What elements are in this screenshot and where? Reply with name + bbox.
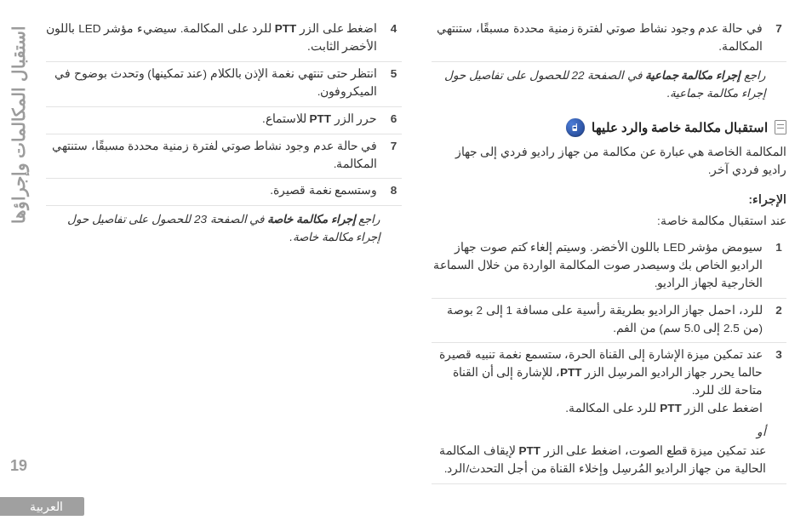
step-alt-text: عند تمكين ميزة قطع الصوت، اضغط على الزر … [432, 443, 787, 484]
text-run: اضغط على الزر [682, 402, 763, 415]
step-number: 7 [386, 138, 402, 156]
svg-rect-1 [576, 123, 577, 127]
step-number: 3 [771, 346, 786, 364]
list-item: 4 اضغط على الزر PTT للرد على المكالمة. س… [46, 17, 402, 62]
content-area: 7 في حالة عدم وجود نشاط صوتي لفترة زمنية… [46, 17, 786, 494]
list-item: 1 سيومض مؤشر LED باللون الأخضر. وسيتم إل… [432, 236, 787, 299]
step-text: في حالة عدم وجود نشاط صوتي لفترة زمنية م… [46, 138, 378, 174]
cross-reference-note: راجع إجراء مكالمة جماعية في الصفحة 22 لل… [432, 62, 787, 108]
ref-text: راجع [356, 213, 381, 226]
step-number: 5 [386, 66, 402, 83]
radio-glyph [570, 123, 580, 133]
page: استقبال المكالمات وإجراؤها 19 العربية 7 … [0, 0, 812, 526]
ref-text: راجع [741, 69, 766, 82]
procedure-label: الإجراء: [432, 192, 787, 209]
step-text: سيومض مؤشر LED باللون الأخضر. وسيتم إلغا… [432, 239, 763, 293]
step-text: في حالة عدم وجود نشاط صوتي لفترة زمنية م… [432, 20, 763, 56]
svg-rect-2 [573, 127, 576, 129]
step-text: عند تمكين ميزة الإشارة إلى القناة الحرة،… [432, 346, 763, 418]
step-text: للرد، احمل جهاز الراديو بطريقة رأسية على… [432, 302, 763, 338]
step-text: اضغط على الزر PTT للرد على المكالمة. سيض… [46, 20, 378, 56]
step-number: 6 [386, 111, 402, 129]
list-item: 8 وستسمع نغمة قصيرة. [46, 179, 402, 206]
step-number: 4 [386, 20, 402, 38]
step-number: 8 [386, 182, 402, 200]
step-text: وستسمع نغمة قصيرة. [46, 182, 378, 200]
ptt-label: PTT [275, 22, 297, 35]
column-left: 4 اضغط على الزر PTT للرد على المكالمة. س… [46, 17, 402, 494]
text-run: اضغط على الزر [296, 22, 377, 35]
or-separator: أو [432, 423, 787, 443]
list-item: 7 في حالة عدم وجود نشاط صوتي لفترة زمنية… [432, 17, 787, 62]
list-item: 3 عند تمكين ميزة الإشارة إلى القناة الحر… [432, 343, 787, 423]
step-number: 1 [771, 239, 786, 257]
ptt-label: PTT [660, 402, 682, 415]
cross-reference-note: راجع إجراء مكالمة خاصة في الصفحة 23 للحص… [46, 206, 402, 252]
ref-bold: إجراء مكالمة خاصة [267, 213, 356, 226]
language-tab: العربية [0, 497, 84, 516]
step-number: 2 [771, 302, 786, 320]
document-icon [775, 120, 786, 134]
step-text: حرر الزر PTT للاستماع. [46, 111, 378, 129]
ptt-label: PTT [309, 112, 331, 125]
text-run: عند تمكين ميزة قطع الصوت، اضغط على الزر [540, 444, 766, 457]
page-number: 19 [10, 457, 27, 475]
radio-feature-icon [566, 118, 585, 137]
step-number: 7 [771, 20, 786, 38]
text-run: للاستماع. [262, 112, 310, 125]
list-item: 6 حرر الزر PTT للاستماع. [46, 107, 402, 134]
sidebar: استقبال المكالمات وإجراؤها 19 العربية [0, 0, 38, 526]
ref-bold: إجراء مكالمة جماعية [645, 69, 741, 82]
subsection-heading: استقبال مكالمة خاصة والرد عليها [432, 118, 787, 137]
step-text: انتظر حتى تنتهي نغمة الإذن بالكلام (عند … [46, 66, 378, 101]
list-item: 7 في حالة عدم وجود نشاط صوتي لفترة زمنية… [46, 134, 402, 180]
paragraph: المكالمة الخاصة هي عبارة عن مكالمة من جه… [432, 142, 787, 185]
column-right: 7 في حالة عدم وجود نشاط صوتي لفترة زمنية… [432, 17, 787, 494]
text-run: حرر الزر [331, 112, 378, 125]
paragraph: عند استقبال مكالمة خاصة: [432, 211, 787, 236]
ptt-label: PTT [560, 366, 582, 379]
list-item: 2 للرد، احمل جهاز الراديو بطريقة رأسية ع… [432, 299, 787, 344]
list-item: 5 انتظر حتى تنتهي نغمة الإذن بالكلام (عن… [46, 62, 402, 107]
ptt-label: PTT [518, 444, 540, 457]
heading-text: استقبال مكالمة خاصة والرد عليها [592, 118, 768, 137]
section-title-vertical: استقبال المكالمات وإجراؤها [9, 26, 29, 224]
text-run: للرد على المكالمة. [565, 402, 660, 415]
